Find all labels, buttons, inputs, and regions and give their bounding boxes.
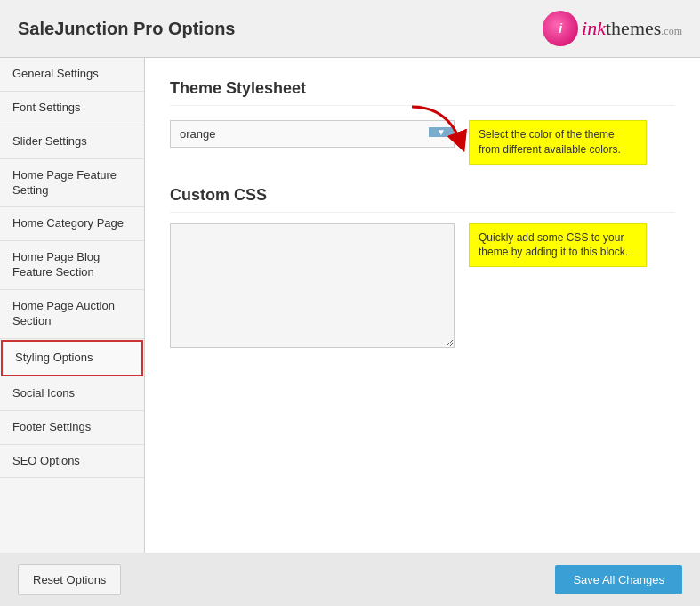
theme-stylesheet-title: Theme Stylesheet [170, 79, 675, 106]
dropdown-arrow-icon: ▼ [429, 127, 454, 137]
sidebar-item-seo-options[interactable]: SEO Options [0, 445, 144, 479]
sidebar-item-home-page-feature-setting[interactable]: Home Page Feature Setting [0, 159, 144, 208]
content-area: Theme Stylesheet orange ▼ Select the col… [145, 58, 700, 553]
sidebar-item-home-category-page[interactable]: Home Category Page [0, 207, 144, 241]
theme-stylesheet-hint: Select the color of the theme from diffe… [469, 120, 647, 165]
sidebar-item-general-settings[interactable]: General Settings [0, 58, 144, 92]
logo-icon: i [543, 11, 578, 46]
logo-italic-text: i [559, 21, 562, 36]
sidebar-item-footer-settings[interactable]: Footer Settings [0, 411, 144, 445]
sidebar-item-styling-options[interactable]: Styling Options [1, 340, 143, 376]
main-area: General Settings Font Settings Slider Se… [0, 58, 700, 553]
save-all-changes-button[interactable]: Save All Changes [555, 565, 682, 594]
custom-css-hint: Quickly add some CSS to your theme by ad… [469, 223, 647, 268]
page-title: SaleJunction Pro Options [18, 19, 235, 39]
sidebar-item-font-settings[interactable]: Font Settings [0, 92, 144, 125]
theme-stylesheet-dropdown[interactable]: orange ▼ [170, 120, 455, 148]
sidebar-item-home-page-blog-feature-section[interactable]: Home Page Blog Feature Section [0, 241, 144, 290]
custom-css-row: Quickly add some CSS to your theme by ad… [170, 223, 675, 348]
reset-options-button[interactable]: Reset Options [18, 564, 121, 595]
sidebar: General Settings Font Settings Slider Se… [0, 58, 145, 553]
sidebar-item-home-page-auction-section[interactable]: Home Page Auction Section [0, 290, 144, 339]
logo-text: inkthemes.com [582, 17, 682, 40]
logo: i inkthemes.com [543, 11, 682, 46]
custom-css-textarea[interactable] [170, 223, 455, 348]
footer: Reset Options Save All Changes [0, 553, 700, 606]
sidebar-item-slider-settings[interactable]: Slider Settings [0, 125, 144, 159]
theme-stylesheet-row: orange ▼ Select the color of the theme f… [170, 120, 675, 165]
dropdown-selected-value: orange [180, 127, 215, 141]
sidebar-item-social-icons[interactable]: Social Icons [0, 377, 144, 411]
custom-css-title: Custom CSS [170, 186, 675, 213]
header: SaleJunction Pro Options i inkthemes.com [0, 0, 700, 58]
